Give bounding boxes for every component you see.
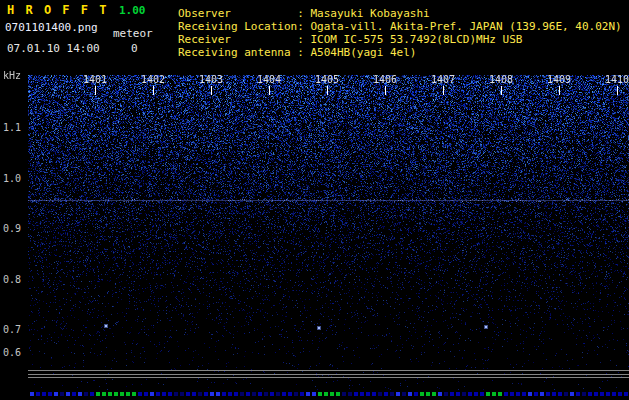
dash-mark-blue bbox=[270, 392, 274, 396]
station-info: Observer : Masayuki KobayashiReceiving L… bbox=[178, 7, 622, 59]
station-info-row: Receiving Location: Ogata-vill. Akita-Pr… bbox=[178, 20, 622, 33]
dash-mark-blue bbox=[402, 392, 406, 396]
dash-mark-blue bbox=[300, 392, 304, 396]
dash-mark-blue bbox=[306, 392, 310, 396]
dash-mark-blue bbox=[594, 392, 598, 396]
dash-mark-blue bbox=[78, 392, 82, 396]
dash-mark-blue bbox=[384, 392, 388, 396]
dash-mark-green bbox=[114, 392, 118, 396]
dash-mark-green bbox=[108, 392, 112, 396]
dash-mark-blue bbox=[264, 392, 268, 396]
dash-mark-blue bbox=[72, 392, 76, 396]
dash-mark-blue bbox=[168, 392, 172, 396]
dash-mark-blue bbox=[42, 392, 46, 396]
level-reference-line bbox=[28, 374, 629, 375]
time-tick-mark bbox=[211, 86, 212, 95]
dash-mark-blue bbox=[228, 392, 232, 396]
dash-mark-blue bbox=[516, 392, 520, 396]
dash-mark-blue bbox=[408, 392, 412, 396]
dash-mark-blue bbox=[288, 392, 292, 396]
dash-mark-green bbox=[432, 392, 436, 396]
dash-mark-blue bbox=[606, 392, 610, 396]
dash-mark-blue bbox=[258, 392, 262, 396]
dash-mark-green bbox=[132, 392, 136, 396]
time-tick-mark bbox=[327, 86, 328, 95]
dash-mark-blue bbox=[450, 392, 454, 396]
frequency-tick-label: 0.6 bbox=[3, 347, 21, 358]
time-tick-mark bbox=[617, 86, 618, 95]
dash-mark-blue bbox=[378, 392, 382, 396]
time-tick-label: 1405 bbox=[315, 74, 339, 85]
dash-mark-blue bbox=[576, 392, 580, 396]
station-info-row: Receiving antenna : A504HB(yagi 4el) bbox=[178, 46, 622, 59]
dash-mark-blue bbox=[294, 392, 298, 396]
dash-mark-blue bbox=[510, 392, 514, 396]
dash-mark-blue bbox=[204, 392, 208, 396]
dash-mark-blue bbox=[612, 392, 616, 396]
dash-mark-green bbox=[324, 392, 328, 396]
dash-mark-green bbox=[498, 392, 502, 396]
dash-mark-blue bbox=[522, 392, 526, 396]
dash-mark-blue bbox=[66, 392, 70, 396]
dash-mark-blue bbox=[252, 392, 256, 396]
dash-mark-blue bbox=[624, 392, 628, 396]
time-tick-mark bbox=[559, 86, 560, 95]
mode-label: meteor bbox=[113, 27, 153, 40]
time-tick-label: 1403 bbox=[199, 74, 223, 85]
dash-mark-blue bbox=[456, 392, 460, 396]
dash-mark-green bbox=[330, 392, 334, 396]
dash-mark-blue bbox=[444, 392, 448, 396]
dash-mark-blue bbox=[222, 392, 226, 396]
dash-mark-green bbox=[492, 392, 496, 396]
dash-mark-blue bbox=[240, 392, 244, 396]
dash-mark-blue bbox=[138, 392, 142, 396]
app-title: H R O F F T bbox=[7, 3, 108, 17]
dash-mark-green bbox=[126, 392, 130, 396]
dash-mark-blue bbox=[462, 392, 466, 396]
frequency-tick-label: 0.8 bbox=[3, 274, 21, 285]
meteor-count: 0 bbox=[131, 42, 138, 55]
time-tick-mark bbox=[95, 86, 96, 95]
frequency-tick-label: 1.1 bbox=[3, 122, 21, 133]
time-tick-mark bbox=[269, 86, 270, 95]
level-reference-line bbox=[28, 377, 629, 378]
dash-mark-blue bbox=[546, 392, 550, 396]
dash-mark-green bbox=[96, 392, 100, 396]
time-tick-mark bbox=[501, 86, 502, 95]
dash-mark-blue bbox=[552, 392, 556, 396]
time-tick-label: 1408 bbox=[489, 74, 513, 85]
dash-mark-blue bbox=[246, 392, 250, 396]
datetime-label: 07.01.10 14:00 bbox=[7, 42, 100, 55]
dash-mark-blue bbox=[528, 392, 532, 396]
dash-mark-blue bbox=[174, 392, 178, 396]
level-reference-line bbox=[28, 370, 629, 371]
dash-mark-blue bbox=[588, 392, 592, 396]
dash-mark-green bbox=[420, 392, 424, 396]
dash-mark-blue bbox=[210, 392, 214, 396]
status-dash-row bbox=[0, 392, 629, 397]
dash-mark-blue bbox=[372, 392, 376, 396]
dash-mark-green bbox=[336, 392, 340, 396]
dash-mark-blue bbox=[234, 392, 238, 396]
app-version: 1.00 bbox=[119, 4, 146, 17]
station-info-row: Observer : Masayuki Kobayashi bbox=[178, 7, 622, 20]
dash-mark-blue bbox=[162, 392, 166, 396]
dash-mark-blue bbox=[390, 392, 394, 396]
dash-mark-blue bbox=[198, 392, 202, 396]
dash-mark-blue bbox=[84, 392, 88, 396]
dash-mark-blue bbox=[396, 392, 400, 396]
dash-mark-blue bbox=[360, 392, 364, 396]
dash-mark-blue bbox=[192, 392, 196, 396]
dash-mark-blue bbox=[276, 392, 280, 396]
dash-mark-blue bbox=[60, 392, 64, 396]
dash-mark-blue bbox=[90, 392, 94, 396]
time-tick-mark bbox=[153, 86, 154, 95]
dash-mark-blue bbox=[48, 392, 52, 396]
dash-mark-blue bbox=[438, 392, 442, 396]
time-tick-label: 1402 bbox=[141, 74, 165, 85]
dash-mark-blue bbox=[504, 392, 508, 396]
time-tick-mark bbox=[385, 86, 386, 95]
dash-mark-blue bbox=[558, 392, 562, 396]
time-tick-mark bbox=[443, 86, 444, 95]
dash-mark-green bbox=[486, 392, 490, 396]
